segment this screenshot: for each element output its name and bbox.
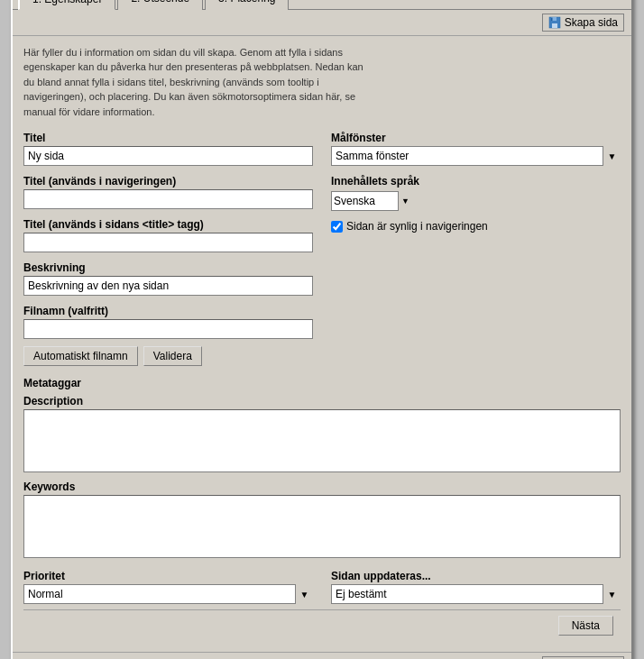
sprak-select[interactable]: Svenska Engelska Norska <box>331 191 412 211</box>
buttons-row: Automatiskt filnamn Validera <box>23 346 313 366</box>
malfonstret-select[interactable]: Samma fönster Nytt fönster <box>331 146 621 166</box>
tab-egenskaper[interactable]: 1. Egenskaper <box>18 0 115 10</box>
beskrivning-input[interactable] <box>23 276 313 296</box>
prioritet-wrapper: Normal Hög Låg ▼ <box>23 584 313 604</box>
floppy-icon-top <box>548 16 561 29</box>
malfonstret-wrapper: Samma fönster Nytt fönster ▼ <box>331 146 621 166</box>
left-column: Titel Titel (används i navigeringen) Tit… <box>23 132 313 366</box>
bottom-row: Prioritet Normal Hög Låg ▼ Sidan uppdate… <box>23 570 621 604</box>
tab-utseende[interactable]: 2. Utseende <box>117 0 203 10</box>
next-button[interactable]: Nästa <box>558 616 613 636</box>
page-titel-input[interactable] <box>23 233 313 252</box>
svg-rect-2 <box>552 23 557 28</box>
nav-titel-label: Titel (används i navigeringen) <box>23 175 313 188</box>
create-page-label-top: Skapa sida <box>565 16 618 29</box>
right-column: Målfönster Samma fönster Nytt fönster ▼ … <box>331 132 621 366</box>
toolbar-top: Skapa sida <box>13 10 631 36</box>
sidan-uppdateras-col: Sidan uppdateras... Ej bestämt Alltid Al… <box>331 570 621 604</box>
description-label: Description <box>23 395 621 407</box>
malfonstret-label: Målfönster <box>331 132 621 144</box>
page-titel-label: Titel (används i sidans <title> tagg) <box>23 218 313 231</box>
tabs-bar: 1. Egenskaper 2. Utseende 3. Placering <box>13 0 631 10</box>
sidan-uppdateras-select[interactable]: Ej bestämt Alltid Aldrig Varje timme Dag… <box>331 584 621 604</box>
prioritet-label: Prioritet <box>23 570 313 582</box>
main-content: Här fyller du i information om sidan du … <box>13 36 631 651</box>
keywords-label: Keywords <box>23 481 621 493</box>
titel-input[interactable] <box>23 146 313 166</box>
synlig-checkbox[interactable] <box>331 221 343 233</box>
beskrivning-label: Beskrivning <box>23 261 313 274</box>
tab-placering[interactable]: 3. Placering <box>205 0 289 10</box>
dialog: 1. Egenskaper 2. Utseende 3. Placering S… <box>11 0 633 659</box>
next-button-row: Nästa <box>23 609 621 641</box>
description-textarea[interactable] <box>23 409 621 472</box>
toolbar-bottom: Skapa sida <box>13 652 631 659</box>
nav-titel-input[interactable] <box>23 189 313 209</box>
titel-label: Titel <box>23 132 313 144</box>
form-grid: Titel Titel (används i navigeringen) Tit… <box>23 132 621 366</box>
filnamn-input[interactable] <box>23 319 313 339</box>
create-page-button-top[interactable]: Skapa sida <box>542 14 624 32</box>
svg-rect-3 <box>551 17 553 21</box>
checkbox-row: Sidan är synlig i navigeringen <box>331 220 621 233</box>
prioritet-select[interactable]: Normal Hög Låg <box>23 584 313 604</box>
sprak-wrapper: Svenska Engelska Norska ▼ <box>331 191 412 211</box>
metataggar-title: Metataggar <box>23 377 621 389</box>
intro-text: Här fyller du i information om sidan du … <box>23 45 366 120</box>
lang-row: Svenska Engelska Norska ▼ <box>331 191 621 211</box>
filnamn-label: Filnamn (valfritt) <box>23 305 313 317</box>
inneh-sprak-label: Innehållets språk <box>331 175 621 188</box>
sidan-uppdateras-wrapper: Ej bestämt Alltid Aldrig Varje timme Dag… <box>331 584 621 604</box>
auto-filnamn-button[interactable]: Automatiskt filnamn <box>23 346 138 366</box>
synlig-checkbox-label: Sidan är synlig i navigeringen <box>346 220 488 233</box>
sidan-uppdateras-label: Sidan uppdateras... <box>331 570 621 582</box>
validera-button[interactable]: Validera <box>143 346 202 366</box>
prioritet-col: Prioritet Normal Hög Låg ▼ <box>23 570 313 604</box>
keywords-textarea[interactable] <box>23 495 621 558</box>
